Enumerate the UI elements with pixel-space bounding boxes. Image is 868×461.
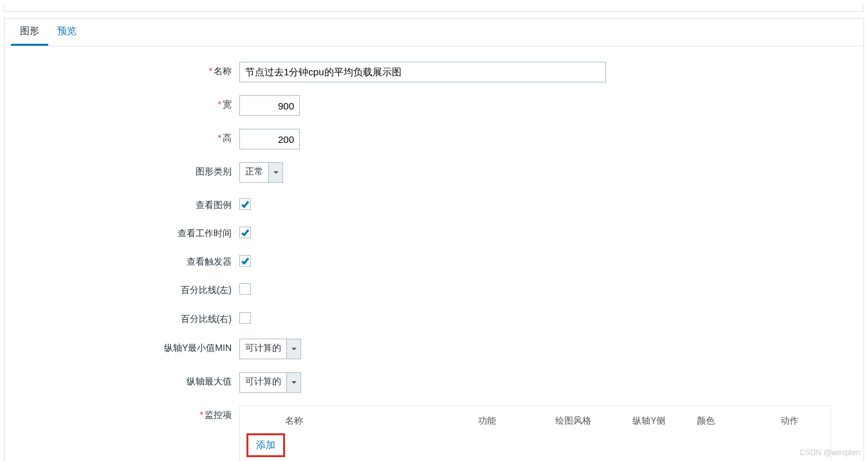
add-item-link[interactable]: 添加 <box>246 433 285 457</box>
name-input[interactable] <box>239 62 606 82</box>
label-width: *宽 <box>17 95 239 111</box>
percent-right-checkbox[interactable] <box>239 312 251 324</box>
label-show-triggers: 查看触发器 <box>17 252 239 268</box>
label-y-max: 纵轴最大值 <box>17 372 239 388</box>
col-func: 功能 <box>478 415 555 427</box>
chevron-down-icon <box>286 339 300 359</box>
label-name: *名称 <box>17 62 239 77</box>
col-name: 名称 <box>246 415 478 427</box>
col-draw-style: 绘图风格 <box>555 415 633 427</box>
label-items: *监控项 <box>17 406 239 421</box>
show-triggers-checkbox[interactable] <box>239 255 251 267</box>
label-percent-left: 百分比线(左) <box>17 281 239 296</box>
height-input[interactable] <box>239 129 300 149</box>
show-legend-checkbox[interactable] <box>239 198 251 210</box>
col-action: 动作 <box>780 415 819 427</box>
col-yaxis: 纵轴Y侧 <box>633 415 697 427</box>
percent-left-checkbox[interactable] <box>239 283 251 295</box>
label-percent-right: 百分比线(右) <box>17 310 239 325</box>
chevron-down-icon <box>268 163 282 182</box>
watermark: CSDN @wespten <box>800 448 860 457</box>
width-input[interactable] <box>239 95 300 116</box>
label-show-work-time: 查看工作时间 <box>17 224 239 240</box>
y-max-select[interactable]: 可计算的 <box>239 372 301 393</box>
show-work-time-checkbox[interactable] <box>239 227 251 238</box>
items-header: 名称 功能 绘图风格 纵轴Y侧 颜色 动作 <box>246 411 824 433</box>
top-bar-fragment <box>4 4 864 12</box>
tab-graph[interactable]: 图形 <box>11 19 48 46</box>
graph-type-select[interactable]: 正常 <box>239 162 283 183</box>
chevron-down-icon <box>286 373 300 392</box>
label-y-min: 纵轴Y最小值MIN <box>17 339 239 354</box>
y-min-select[interactable]: 可计算的 <box>239 339 301 359</box>
form-panel: 图形 预览 *名称 *宽 *高 <box>4 18 864 461</box>
items-section: 名称 功能 绘图风格 纵轴Y侧 颜色 动作 添加 <box>239 406 831 461</box>
form: *名称 *宽 *高 图形类别 <box>5 46 863 461</box>
label-height: *高 <box>17 129 239 144</box>
label-show-legend: 查看图例 <box>17 196 239 211</box>
col-color: 颜色 <box>697 415 780 427</box>
tabs: 图形 预览 <box>5 19 863 46</box>
tab-preview[interactable]: 预览 <box>48 19 86 46</box>
label-graph-type: 图形类别 <box>17 162 239 178</box>
